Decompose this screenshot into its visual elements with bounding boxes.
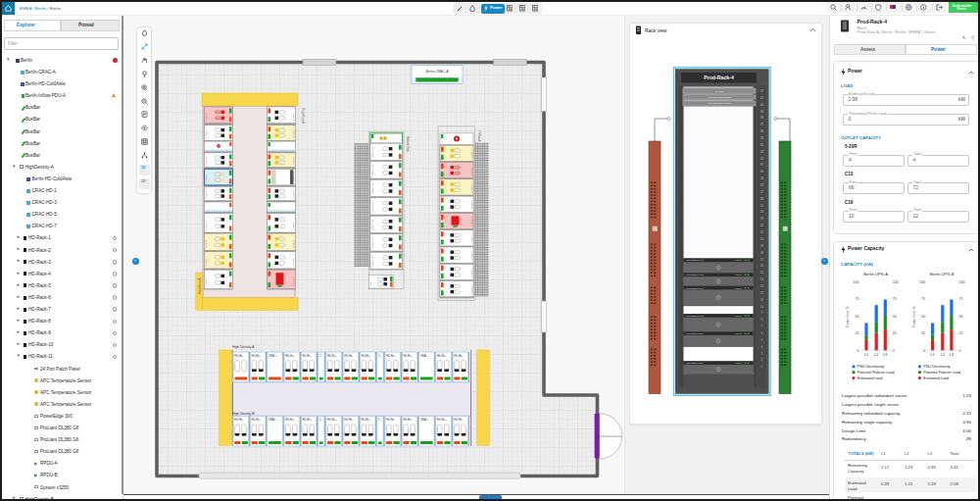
svg-text:CRAC...: CRAC... xyxy=(420,418,430,422)
svg-text:PowerEdge R710: PowerEdge R710 xyxy=(686,274,705,276)
svg-text:C.: C. xyxy=(378,354,381,358)
svg-text:PowerEdge R900: PowerEdge R900 xyxy=(686,314,705,316)
svg-text:IT-Rack-...: IT-Rack-... xyxy=(470,181,473,192)
svg-text:100: 100 xyxy=(893,280,899,284)
svg-text:50: 50 xyxy=(958,315,962,319)
svg-text:HD-Ra...: HD-Ra... xyxy=(454,354,464,358)
svg-text:IT-Rack-...: IT-Rack-... xyxy=(470,249,473,260)
svg-text:Prod-R...: Prod-R... xyxy=(205,155,208,165)
svg-text:Network-R...: Network-R... xyxy=(371,217,374,230)
svg-text:Power limit, %: Power limit, % xyxy=(912,307,916,327)
svg-text:25: 25 xyxy=(856,331,859,335)
svg-text:HD-Ra...: HD-Ra... xyxy=(362,418,371,422)
svg-text:Prod-R...: Prod-R... xyxy=(205,238,208,248)
svg-text:75: 75 xyxy=(856,297,859,301)
svg-text:HD-Ra...: HD-Ra... xyxy=(285,418,295,422)
svg-text:Power limit, %: Power limit, % xyxy=(846,307,850,327)
svg-text:L2: L2 xyxy=(941,353,945,357)
svg-text:Rack view: Rack view xyxy=(645,27,667,32)
svg-text:C.: C. xyxy=(319,418,322,422)
svg-text:CRAC...: CRAC... xyxy=(269,354,278,358)
svg-text:Network-R...: Network-R... xyxy=(371,199,374,213)
svg-text:Prod-R...: Prod-R... xyxy=(292,238,295,248)
svg-text:L1: L1 xyxy=(864,353,868,357)
svg-text:Prod-R...: Prod-R... xyxy=(292,188,295,198)
svg-text:HD-Ra...: HD-Ra... xyxy=(362,354,371,358)
svg-text:Prod-R...: Prod-R... xyxy=(292,128,295,138)
svg-text:Network-Row: Network-Row xyxy=(406,136,410,152)
svg-text:Potential Failover Load: Potential Failover Load xyxy=(923,371,960,375)
svg-text:Prod-Rack-4: Prod-Rack-4 xyxy=(704,75,734,80)
svg-text:Prod-R...: Prod-R... xyxy=(205,221,208,230)
svg-text:HD-Ra...: HD-Ra... xyxy=(234,354,244,358)
svg-text:Prod-R...: Prod-R... xyxy=(205,276,208,286)
svg-text:50: 50 xyxy=(893,315,897,319)
svg-text:Potential Failover Load: Potential Failover Load xyxy=(858,371,895,375)
svg-text:HD-Ra...: HD-Ra... xyxy=(403,418,413,422)
svg-text:Rx temp: Rx temp xyxy=(715,89,725,92)
svg-text:HD-Ra...: HD-Ra... xyxy=(303,354,313,358)
svg-text:CRAC...: CRAC... xyxy=(269,418,278,422)
svg-text:L2: L2 xyxy=(874,353,878,357)
svg-text:HD-Ra...: HD-Ra... xyxy=(386,418,396,422)
svg-text:HD-Ra...: HD-Ra... xyxy=(234,418,244,422)
svg-text:Estimated Load: Estimated Load xyxy=(858,376,883,380)
svg-text:0: 0 xyxy=(858,349,859,353)
svg-text:IT-Rack-...: IT-Rack-... xyxy=(470,165,473,175)
svg-text:IT-Rack-...: IT-Rack-... xyxy=(470,198,473,209)
svg-text:25: 25 xyxy=(893,331,897,335)
svg-text:High Density A: High Density A xyxy=(232,345,255,349)
svg-text:PowerEdge R900: PowerEdge R900 xyxy=(686,286,705,288)
svg-text:IT-Rack-...: IT-Rack-... xyxy=(470,216,473,226)
svg-text:IT-Rack-...: IT-Rack-... xyxy=(470,267,473,277)
svg-text:IT-Rack-...: IT-Rack-... xyxy=(470,148,473,159)
svg-text:Net...: Net... xyxy=(369,279,372,285)
svg-text:HD-Ra...: HD-Ra... xyxy=(386,354,396,358)
svg-text:Prod-R...: Prod-R... xyxy=(205,111,208,121)
svg-text:PowerEdge 2900: PowerEdge 2900 xyxy=(686,362,704,364)
svg-text:Berlin-CRAC-A: Berlin-CRAC-A xyxy=(426,70,450,74)
svg-text:High Density B: High Density B xyxy=(232,412,255,416)
svg-text:HD-Ra...: HD-Ra... xyxy=(303,418,313,422)
svg-text:L3: L3 xyxy=(950,353,954,357)
svg-text:Prod-R...: Prod-R... xyxy=(292,276,295,286)
svg-text:Prod-R...: Prod-R... xyxy=(292,173,295,182)
svg-text:HD-Ra...: HD-Ra... xyxy=(344,418,354,422)
svg-text:IT-Rack-...: IT-Rack-... xyxy=(470,232,473,243)
svg-text:IT-Row-A: IT-Row-A xyxy=(477,131,481,142)
svg-text:PSU Uncertainty: PSU Uncertainty xyxy=(858,365,884,369)
svg-text:0: 0 xyxy=(893,349,895,353)
svg-text:HD-Ra...: HD-Ra... xyxy=(285,354,295,358)
svg-text:Prod-R...: Prod-R... xyxy=(292,155,295,165)
svg-text:Prod-R...: Prod-R... xyxy=(292,221,295,230)
svg-text:Network-R...: Network-R... xyxy=(371,163,374,176)
svg-text:Prod-R...: Prod-R... xyxy=(292,111,295,121)
svg-text:CRAC...: CRAC... xyxy=(420,354,430,358)
svg-text:APC-Temp SN sensors: APC-Temp SN sensors xyxy=(708,95,732,98)
svg-text:0.39 W: 0.39 W xyxy=(735,314,743,316)
svg-text:0.29 W: 0.29 W xyxy=(735,332,743,334)
svg-text:25: 25 xyxy=(921,331,925,335)
svg-text:Network-R...: Network-R... xyxy=(371,144,374,158)
svg-text:75: 75 xyxy=(921,297,925,301)
svg-text:Prod-R...: Prod-R... xyxy=(205,128,208,138)
svg-text:25: 25 xyxy=(958,331,962,335)
svg-text:0.39 W: 0.39 W xyxy=(735,286,743,288)
svg-text:50: 50 xyxy=(856,315,859,319)
svg-text:0.33 W: 0.33 W xyxy=(735,362,743,364)
svg-text:Prod-R...: Prod-R... xyxy=(205,188,208,198)
svg-text:C.: C. xyxy=(319,354,322,358)
svg-text:Network-R...: Network-R... xyxy=(371,180,374,194)
svg-text:75: 75 xyxy=(893,297,897,301)
svg-text:PSU Uncertainty: PSU Uncertainty xyxy=(923,365,950,369)
svg-text:Network-R...: Network-R... xyxy=(371,235,374,249)
svg-text:HD-Ra...: HD-Ra... xyxy=(252,354,262,358)
svg-text:Berlin-UPS-A: Berlin-UPS-A xyxy=(863,272,888,276)
svg-text:75: 75 xyxy=(958,297,962,301)
svg-text:APC-Temp SN sensors: APC-Temp SN sensors xyxy=(708,102,732,105)
svg-text:IT-Rack-...: IT-Rack-... xyxy=(470,283,473,294)
svg-text:HD-Ra...: HD-Ra... xyxy=(437,418,447,422)
svg-text:Prod-Row-B: Prod-Row-B xyxy=(301,108,305,124)
svg-text:100: 100 xyxy=(919,280,925,284)
svg-text:PowerEdge 2950: PowerEdge 2950 xyxy=(686,332,704,334)
